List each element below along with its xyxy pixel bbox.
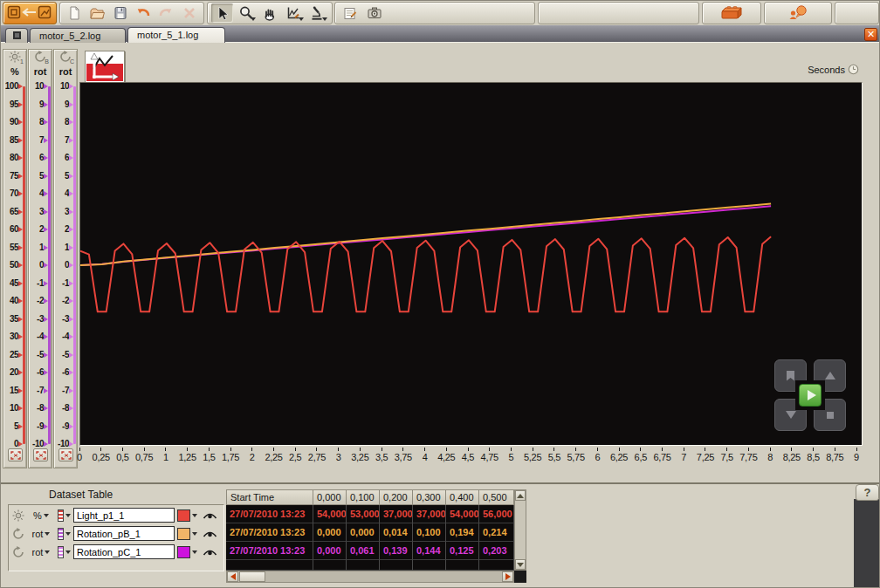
dropdown-caret-icon xyxy=(65,550,71,554)
table-header-cell[interactable]: 0,300 xyxy=(413,489,446,505)
table-empty-row xyxy=(226,560,514,571)
scale-tick-label: 55 xyxy=(3,243,18,253)
x-tick-mark xyxy=(684,448,684,451)
analysis-tool-button[interactable] xyxy=(283,3,305,23)
scale-dropdown[interactable] xyxy=(55,546,73,558)
unit-dropdown[interactable]: % xyxy=(27,510,55,521)
scroll-down-button[interactable] xyxy=(515,559,526,570)
scale-tick-label: 30 xyxy=(3,332,18,342)
save-file-button[interactable] xyxy=(110,3,131,23)
tab-motor-5-2[interactable]: motor_5_2.log xyxy=(30,28,126,43)
scale-tick-label: 3 xyxy=(54,207,69,217)
scale-tick-label: 80 xyxy=(3,153,18,163)
redo-button xyxy=(155,3,176,23)
scale-tick-label: -1 xyxy=(54,278,69,289)
scale-dropdown[interactable] xyxy=(55,509,73,522)
scale-tick-label: 70 xyxy=(3,188,18,199)
table-header-cell[interactable]: 0,000 xyxy=(313,489,347,505)
hand-icon xyxy=(262,5,278,21)
table-horizontal-scrollbar[interactable] xyxy=(226,571,514,583)
x-tick-mark xyxy=(273,448,274,451)
predict-tool-button[interactable] xyxy=(306,3,328,23)
scroll-left-button[interactable] xyxy=(227,571,238,582)
scrollbar-thumb[interactable] xyxy=(239,571,265,582)
zoom-tool-button[interactable] xyxy=(235,3,257,23)
scroll-right-button[interactable] xyxy=(502,571,513,582)
nxt-window-button[interactable] xyxy=(702,2,761,24)
dropdown-caret-icon xyxy=(322,17,327,21)
scale-tick-label: -4 xyxy=(29,332,44,342)
color-dropdown[interactable] xyxy=(175,546,200,558)
scale-tick-label: 1 xyxy=(29,243,44,253)
scale-tick-label: 1 xyxy=(54,243,69,253)
tab-label: motor_5_1.log xyxy=(137,30,198,40)
dropdown-caret-icon xyxy=(192,532,197,536)
x-tick-mark xyxy=(640,448,641,451)
select-tool-button[interactable] xyxy=(211,3,233,23)
unit-dropdown[interactable]: rot xyxy=(27,547,55,557)
scale-tick-label: -8 xyxy=(29,403,44,414)
snapshot-button[interactable] xyxy=(363,3,386,23)
scale-tick-label: 7 xyxy=(29,135,44,146)
color-dropdown[interactable] xyxy=(175,528,200,540)
scroll-up-button[interactable] xyxy=(515,490,526,501)
help-button[interactable]: ? xyxy=(856,484,879,501)
profile-button[interactable] xyxy=(764,2,832,24)
open-file-button[interactable] xyxy=(86,3,107,23)
x-tick-mark xyxy=(662,448,663,451)
table-header-cell[interactable]: 0,500 xyxy=(479,489,514,505)
table-header-cell[interactable]: 0,400 xyxy=(446,489,479,505)
tab-experiment[interactable] xyxy=(5,28,28,43)
series-name-input[interactable] xyxy=(73,526,175,541)
table-cell xyxy=(413,560,446,571)
x-tick-mark xyxy=(835,448,835,451)
table-vertical-scrollbar[interactable] xyxy=(514,489,526,571)
visibility-button[interactable] xyxy=(200,526,219,542)
x-tick-mark xyxy=(533,448,533,451)
visibility-button[interactable] xyxy=(200,508,219,523)
chart-plot-area[interactable] xyxy=(79,82,863,446)
scale-ruler-icon xyxy=(58,528,64,540)
nxt-datalog-window: motor_5_2.log motor_5_1.log ✕ 1%10095908… xyxy=(0,0,880,588)
scale-tick-label: -8 xyxy=(54,403,69,414)
scale-tick-label: 95 xyxy=(3,99,18,110)
table-cell: 0,144 xyxy=(413,542,446,560)
tab-motor-5-1[interactable]: motor_5_1.log xyxy=(127,27,225,43)
table-header-cell[interactable]: 0,100 xyxy=(347,489,380,505)
x-tick-mark xyxy=(230,448,231,451)
sun-icon xyxy=(12,509,24,522)
play-icon xyxy=(808,390,816,400)
series-name-input[interactable] xyxy=(73,544,175,559)
table-cell: 0,203 xyxy=(479,542,514,560)
table-header-cell[interactable]: 0,200 xyxy=(380,489,413,505)
scale-unit-label: rot xyxy=(54,66,77,77)
back-to-software-button[interactable] xyxy=(3,2,57,24)
play-button[interactable] xyxy=(799,384,822,407)
dataset-panel: Dataset Table %rotrot Start Time0,0000,1… xyxy=(1,482,880,588)
scale-tick-label: 100 xyxy=(3,81,18,92)
notes-button[interactable] xyxy=(339,3,361,23)
close-button[interactable]: ✕ xyxy=(864,28,877,41)
series-name-input[interactable] xyxy=(73,508,175,523)
x-tick-mark xyxy=(295,448,296,451)
undo-button[interactable] xyxy=(133,3,154,23)
scale-tick-label: -6 xyxy=(29,367,44,378)
pan-tool-button[interactable] xyxy=(258,3,280,23)
dropdown-caret-icon xyxy=(45,532,50,536)
tab-bar: motor_5_2.log motor_5_1.log ✕ xyxy=(1,25,880,43)
unit-dropdown[interactable]: rot xyxy=(27,529,55,539)
color-dropdown[interactable] xyxy=(175,509,200,522)
table-header-cell[interactable]: Start Time xyxy=(226,489,313,505)
scale-ruler-icon xyxy=(58,546,64,558)
new-file-button[interactable] xyxy=(64,3,85,23)
x-tick-mark xyxy=(748,448,749,451)
scale-tick-label: -5 xyxy=(29,350,44,360)
dropdown-caret-icon xyxy=(65,514,71,517)
scale-tick-label: 7 xyxy=(54,135,69,146)
visibility-button[interactable] xyxy=(200,544,219,560)
legend-sensor-icon-wrap xyxy=(10,528,27,540)
experiment-tab-icon xyxy=(13,31,21,39)
arrow-right-icon xyxy=(505,573,511,580)
scale-port-label: B xyxy=(45,58,49,65)
scale-dropdown[interactable] xyxy=(55,528,73,540)
